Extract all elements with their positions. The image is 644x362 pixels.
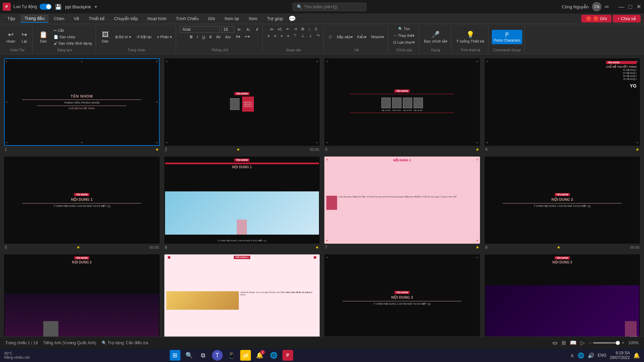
shape-button[interactable]: ⬡ <box>327 34 334 40</box>
align-bottom-button[interactable]: ⊥ <box>307 33 314 39</box>
slide-item-5[interactable]: TÊN NHÓM NỘI DUNG 1 Ý CHÍNH NỘI DUNG 1 G… <box>4 157 160 250</box>
redo-button[interactable]: ↪Lại <box>18 29 30 45</box>
zoom-in-icon[interactable]: + <box>622 341 624 345</box>
tab-draw[interactable]: Vẽ <box>70 15 84 22</box>
tab-slideshow[interactable]: Trình Chiếu <box>172 15 203 22</box>
decrease-font-button[interactable]: A↓ <box>245 27 253 32</box>
search-taskbar-icon[interactable]: 🔍 <box>184 350 195 361</box>
settings-icon[interactable]: ✏ <box>605 4 609 10</box>
slide-item-9[interactable]: TÊN NHÓM NỘI DUNG 2 9 ★ <box>4 254 160 337</box>
slide-item-7[interactable]: + + + + NỘI DUNG 1 Lalisa Manoban (Tiếng… <box>324 157 480 250</box>
save-button[interactable]: 💾 <box>54 3 62 11</box>
tab-insert[interactable]: Chèn <box>50 15 68 22</box>
slide-item-11[interactable]: + + TÊN NHÓM NỘI DUNG 3 Ý CHÍNH NỘI DUNG… <box>324 254 480 337</box>
underline-button[interactable]: U <box>201 34 207 40</box>
share-button[interactable]: ↑ Chia sẻ <box>613 15 641 22</box>
slide-item-1[interactable]: + × + × + + + + TÊN NHÓM THÀNH VIÊN TRON… <box>4 58 160 152</box>
tab-home[interactable]: Trang đầu <box>20 14 49 23</box>
speaker-icon[interactable]: 🔊 <box>588 352 594 359</box>
tab-help[interactable]: Trợ giúp <box>263 15 287 22</box>
bullets-button[interactable]: ≡• <box>268 26 275 32</box>
comment-button[interactable]: 💬 <box>288 15 296 22</box>
increase-font-button[interactable]: A↑ <box>236 27 244 32</box>
clear-format-button[interactable]: ✗ <box>254 27 260 33</box>
slide-item-3[interactable]: + + + + TÊN NHÓM Họ và tên Họ và tên <box>324 58 480 152</box>
cut-button[interactable]: ✂ Cắt <box>52 28 93 34</box>
align-top-button[interactable]: ⊤ <box>292 33 299 39</box>
tab-animations[interactable]: Hoạt hình <box>143 15 170 22</box>
format-painter-button[interactable]: 🖌 Sao chép định dạng <box>52 41 93 46</box>
slide-item-2[interactable]: + + + + TÊN NHÓM GROUP 1 GROUP 5 GROUP S <box>164 58 320 152</box>
align-right-button[interactable]: ≡ <box>279 33 284 39</box>
search-box[interactable]: 🔍 Tìm kiếm (Alt+Q) <box>292 3 366 11</box>
slide-item-8[interactable]: TÊN NHÓM NỘI DUNG 2 Ý CHÍNH NỘI DUNG 1 G… <box>485 157 640 250</box>
strikethrough-button[interactable]: S <box>208 34 213 40</box>
italic-button[interactable]: I <box>195 34 200 40</box>
reset-button[interactable]: ↺ Đặt lại <box>135 34 153 40</box>
bold-button[interactable]: B <box>188 34 194 40</box>
file-explorer-icon[interactable]: 📁 <box>240 350 251 361</box>
slideshow-icon[interactable]: ▷ <box>581 340 585 346</box>
auto-save-toggle[interactable] <box>40 4 52 10</box>
dictate-button[interactable]: 🎤Đọc chính tả▾ <box>422 29 449 45</box>
slide-item-6[interactable]: TÊN NHÓM NỘI DUNG 1 Ý CHÍNH NỘI DUNG 1 G… <box>164 157 320 250</box>
teams-icon[interactable]: T <box>212 350 223 361</box>
increase-indent-button[interactable]: ⇥ <box>292 26 299 32</box>
align-center-button[interactable]: ≡ <box>272 33 278 39</box>
find-button[interactable]: 🔍 Tìm <box>396 26 412 32</box>
zoom-handle[interactable] <box>616 341 620 345</box>
task-view-icon[interactable]: ⧉ <box>198 350 209 361</box>
windows-icon[interactable]: ⊞ <box>170 350 180 361</box>
undo-button[interactable]: ↩Hoàn <box>5 29 17 44</box>
zoom-slider[interactable]: − + <box>589 341 624 345</box>
change-case-button[interactable]: Aa↕ <box>223 34 233 40</box>
select-button[interactable]: ⊡ Lựa chọn▾ <box>391 40 417 45</box>
tab-file[interactable]: Tệp <box>3 15 19 22</box>
designer-button[interactable]: 💡Ý tưởng Thiết kế <box>455 29 486 45</box>
slide-item-10[interactable]: NỘI DUNG 2 Jennie Kim (Hangul: 제니); sinh… <box>164 254 320 337</box>
justify-button[interactable]: ≡ <box>285 33 291 39</box>
smart-art-button[interactable]: ⟨⟩ <box>313 26 319 32</box>
quick-styles-button[interactable]: Nhanh▾ <box>369 34 385 40</box>
char-spacing-button[interactable]: AV <box>214 34 222 40</box>
slide-sorter-icon[interactable]: ⊞ <box>561 340 566 346</box>
columns-button[interactable]: ⊞ <box>300 26 306 32</box>
file-dropdown[interactable]: ▾ <box>95 5 97 9</box>
text-direction-button[interactable]: ↷ <box>315 33 321 39</box>
phone-link-icon[interactable]: 📱 <box>226 350 237 361</box>
paste-button[interactable]: 📋Dán <box>36 29 51 44</box>
pixton-button[interactable]: PPixton Characters <box>492 30 522 44</box>
layout-button[interactable]: ⊞ Bố trí ▾ <box>113 34 133 40</box>
tab-design[interactable]: Thiết kế <box>85 15 109 22</box>
font-family-select[interactable]: Arial <box>179 26 220 33</box>
style-button[interactable]: Kiểu▾ <box>356 34 369 40</box>
replace-button[interactable]: ↔ Thay thế▾ <box>392 33 417 39</box>
copy-button[interactable]: 📄 Sao chép <box>52 34 93 40</box>
tab-review[interactable]: Xem lại <box>220 15 243 22</box>
chrome-icon[interactable]: 🌐 <box>268 350 279 361</box>
network-icon[interactable]: 🌐 <box>578 352 584 359</box>
reading-view-icon[interactable]: 📖 <box>570 340 577 346</box>
tab-transitions[interactable]: Chuyển tiếp <box>110 15 142 22</box>
section-button[interactable]: ≡ Phần ▾ <box>155 34 174 40</box>
new-slide-button[interactable]: 🖼Dán <box>99 30 111 44</box>
highlight-button[interactable]: ✏▾ <box>243 34 252 40</box>
align-middle-button[interactable]: ⊥ <box>300 33 306 39</box>
tab-view[interactable]: Xem <box>245 15 262 22</box>
normal-view-icon[interactable]: ▭ <box>552 340 557 346</box>
notification-tray-icon[interactable]: 🔔 <box>633 352 640 359</box>
arrange-button[interactable]: Sắp xếp▾ <box>335 34 354 40</box>
line-spacing-button[interactable]: ↕ <box>307 26 312 32</box>
zoom-out-icon[interactable]: − <box>589 341 591 345</box>
maximize-button[interactable]: □ <box>629 3 632 10</box>
decrease-indent-button[interactable]: ⇤ <box>285 26 291 32</box>
tab-record[interactable]: Ghi <box>204 15 219 22</box>
slide-item-12[interactable]: TÊN NHÓM NỘI DUNG 3 ROSÉ 12 ★ <box>485 254 640 337</box>
font-size-input[interactable]: 18 <box>221 26 234 33</box>
chevron-up-icon[interactable]: ∧ <box>570 352 574 359</box>
text-color-button[interactable]: A▾ <box>234 34 242 40</box>
numbering-button[interactable]: ≡1 <box>276 26 284 32</box>
powerpoint-taskbar-icon[interactable]: P <box>282 350 293 361</box>
close-button[interactable]: ✕ <box>636 3 641 10</box>
minimize-button[interactable]: — <box>619 3 625 10</box>
